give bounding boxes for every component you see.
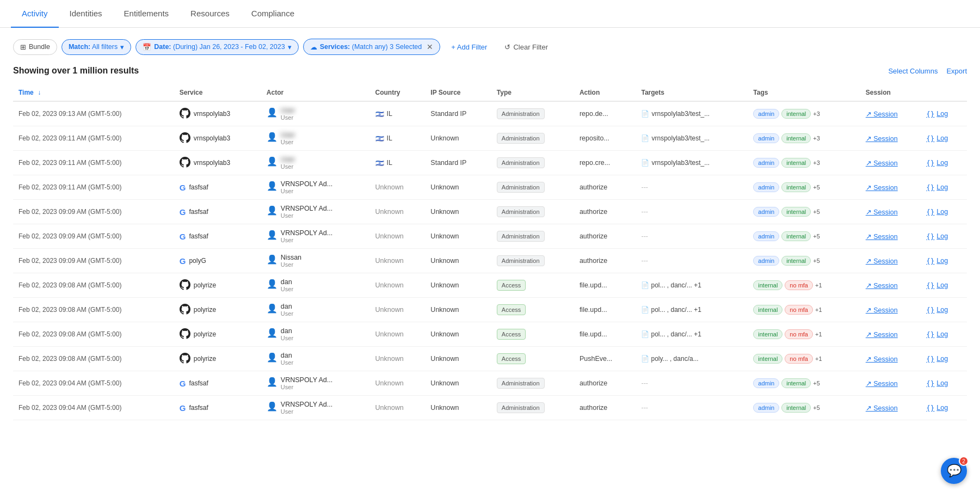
filter-bar: ⊞ Bundle Match: All filters ▾ 📅 Date: (D… — [13, 39, 967, 55]
tag-plus: +3 — [813, 159, 820, 166]
cell-service: vrnspolylab3 — [174, 151, 261, 175]
session-link[interactable]: ↗ Session — [866, 330, 898, 339]
log-link[interactable]: {} Log — [926, 159, 948, 167]
cell-type: Administration — [491, 175, 574, 200]
tag-internal: internal — [781, 109, 811, 119]
col-time[interactable]: Time ↓ — [13, 84, 174, 101]
session-link[interactable]: ↗ Session — [866, 208, 898, 216]
cell-country: Unknown — [370, 298, 426, 322]
bundle-filter[interactable]: ⊞ Bundle — [13, 39, 57, 55]
actor-role: User — [281, 408, 332, 415]
service-icon — [180, 304, 190, 316]
cell-type: Administration — [491, 151, 574, 175]
log-link[interactable]: {} Log — [926, 257, 948, 265]
select-columns-button[interactable]: Select Columns — [888, 67, 938, 75]
tag-admin: admin — [753, 182, 779, 192]
cell-session: ↗ Session — [860, 273, 921, 298]
col-targets[interactable]: Targets — [636, 84, 748, 101]
col-session[interactable]: Session — [860, 84, 921, 101]
log-link[interactable]: {} Log — [926, 330, 948, 339]
session-link[interactable]: ↗ Session — [866, 159, 898, 167]
tag-admin: admin — [753, 207, 779, 217]
services-close-icon[interactable]: ✕ — [427, 42, 433, 51]
nav-tab-compliance[interactable]: Compliance — [241, 0, 305, 28]
actor-name: User — [281, 107, 295, 114]
session-link[interactable]: ↗ Session — [866, 404, 898, 412]
session-link[interactable]: ↗ Session — [866, 134, 898, 143]
actor-role: User — [281, 286, 293, 292]
type-badge: Administration — [497, 255, 545, 266]
session-link[interactable]: ↗ Session — [866, 257, 898, 265]
session-link[interactable]: ↗ Session — [866, 379, 898, 388]
service-name: fasfsaf — [189, 183, 208, 191]
cell-targets: --- — [636, 175, 748, 200]
log-link[interactable]: {} Log — [926, 379, 948, 388]
cell-tags: admininternal+3 — [748, 151, 860, 175]
log-link[interactable]: {} Log — [926, 208, 948, 216]
nav-tab-identities[interactable]: Identities — [59, 0, 113, 28]
cell-log: {} Log — [921, 298, 967, 322]
cell-ipsource: Standard IP — [425, 101, 491, 126]
cell-time: Feb 02, 2023 09:08 AM (GMT-5:00) — [13, 273, 174, 298]
col-service[interactable]: Service — [174, 84, 261, 101]
cell-country: 🇮🇱 IL — [370, 126, 426, 151]
service-icon: G — [180, 183, 186, 192]
actor-name: VRNSPOLY Ad... — [281, 401, 332, 408]
tag-internal: internal — [753, 329, 782, 339]
session-link[interactable]: ↗ Session — [866, 183, 898, 192]
actor-avatar-icon: 👤 — [267, 279, 278, 289]
cell-actor: 👤 dan User — [261, 273, 370, 298]
service-icon — [180, 353, 190, 365]
clear-filter-button[interactable]: ↺ Clear Filter — [498, 40, 554, 54]
cell-action: authorize — [574, 249, 636, 273]
col-actor[interactable]: Actor — [261, 84, 370, 101]
col-country[interactable]: Country — [370, 84, 426, 101]
log-link[interactable]: {} Log — [926, 134, 948, 143]
service-name: polyrize — [194, 306, 216, 314]
cell-time: Feb 02, 2023 09:09 AM (GMT-5:00) — [13, 224, 174, 249]
actor-role: User — [281, 335, 293, 341]
session-link[interactable]: ↗ Session — [866, 232, 898, 241]
session-link[interactable]: ↗ Session — [866, 355, 898, 363]
cell-session: ↗ Session — [860, 322, 921, 347]
actor-name: VRNSPOLY Ad... — [281, 229, 332, 237]
col-type[interactable]: Type — [491, 84, 574, 101]
log-link[interactable]: {} Log — [926, 232, 948, 241]
session-link[interactable]: ↗ Session — [866, 281, 898, 290]
date-filter[interactable]: 📅 Date: (During) Jan 26, 2023 - Feb 02, … — [135, 39, 298, 55]
cell-service: G polyG — [174, 249, 261, 273]
nav-tab-entitlements[interactable]: Entitlements — [113, 0, 180, 28]
col-action[interactable]: Action — [574, 84, 636, 101]
col-ipsource[interactable]: IP Source — [425, 84, 491, 101]
cell-action: file.upd... — [574, 322, 636, 347]
nav-tab-activity[interactable]: Activity — [11, 0, 59, 28]
log-link[interactable]: {} Log — [926, 355, 948, 363]
log-link[interactable]: {} Log — [926, 183, 948, 192]
cell-ipsource: Unknown — [425, 273, 491, 298]
log-link[interactable]: {} Log — [926, 110, 948, 118]
actor-role: User — [281, 139, 295, 145]
nav-tab-resources[interactable]: Resources — [180, 0, 241, 28]
actor-avatar-icon: 👤 — [267, 352, 278, 363]
log-link[interactable]: {} Log — [926, 281, 948, 290]
match-filter[interactable]: Match: All filters ▾ — [61, 39, 131, 55]
service-name: fasfsaf — [189, 232, 208, 240]
targets-empty: --- — [641, 183, 648, 191]
target-value: vrnspolylab3/test_... — [651, 134, 710, 142]
cell-service: G fasfsaf — [174, 224, 261, 249]
session-link[interactable]: ↗ Session — [866, 306, 898, 314]
type-badge: Access — [497, 353, 526, 364]
cell-ipsource: Unknown — [425, 200, 491, 224]
session-link[interactable]: ↗ Session — [866, 110, 898, 118]
log-link[interactable]: {} Log — [926, 306, 948, 314]
cell-actor: 👤 User User — [261, 101, 370, 126]
col-tags[interactable]: Tags — [748, 84, 860, 101]
add-filter-button[interactable]: + Add Filter — [445, 40, 494, 54]
cell-time: Feb 02, 2023 09:13 AM (GMT-5:00) — [13, 101, 174, 126]
export-button[interactable]: Export — [946, 67, 967, 75]
target-value: vrnspolylab3/test_... — [651, 159, 710, 167]
cell-actor: 👤 VRNSPOLY Ad... User — [261, 396, 370, 420]
file-icon: 📄 — [641, 159, 649, 167]
log-link[interactable]: {} Log — [926, 404, 948, 412]
services-filter[interactable]: ☁ Services: (Match any) 3 Selected ✕ — [303, 39, 441, 55]
